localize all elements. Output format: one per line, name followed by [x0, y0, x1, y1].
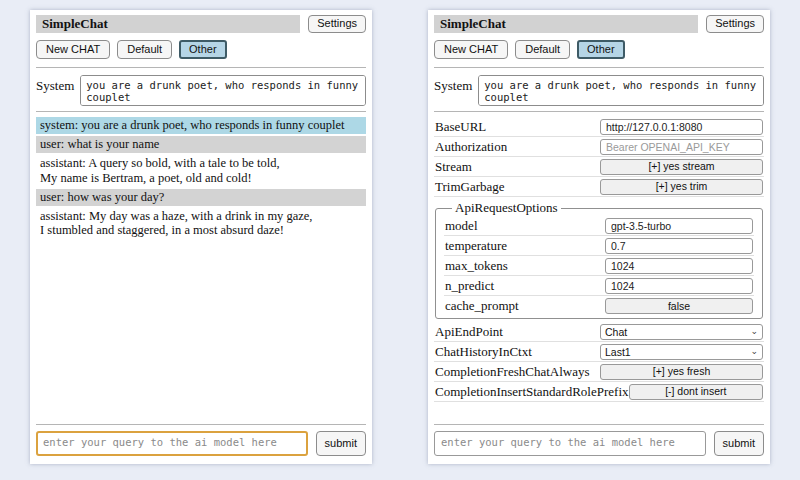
chat-message-list: system: you are a drunk poet, who respon… [36, 117, 366, 241]
system-prompt-row: System you are a drunk poet, who respond… [434, 75, 764, 106]
setting-label: Authorization [435, 139, 507, 155]
completion-fresh-toggle-button[interactable]: [+] yes fresh [600, 364, 763, 380]
divider [36, 424, 366, 425]
session-button-other[interactable]: Other [577, 40, 625, 59]
chat-message-user: user: how was your day? [36, 189, 366, 206]
system-prompt-input[interactable]: you are a drunk poet, who responds in fu… [80, 75, 366, 106]
setting-label: Stream [435, 159, 472, 175]
setting-label: model [445, 218, 478, 234]
setting-row-completioninsertstandardroleprefix: CompletionInsertStandardRolePrefix [-] d… [434, 382, 764, 402]
setting-label: ChatHistoryInCtxt [435, 344, 532, 360]
system-prompt-row: System you are a drunk poet, who respond… [36, 75, 366, 106]
query-row: submit [434, 431, 764, 456]
setting-row-authorization: Authorization [434, 137, 764, 157]
setting-label: n_predict [445, 278, 494, 294]
system-label: System [36, 75, 74, 106]
empty-space [36, 241, 366, 421]
chat-message-assistant: assistant: A query so bold, with a tale … [36, 155, 366, 186]
session-button-row: New CHAT Default Other [434, 40, 764, 59]
submit-button[interactable]: submit [714, 431, 764, 456]
empty-space [434, 402, 764, 421]
new-chat-button[interactable]: New CHAT [36, 40, 110, 59]
query-input[interactable] [36, 431, 308, 456]
chat-panel: SimpleChat Settings New CHAT Default Oth… [30, 10, 372, 464]
system-prompt-input[interactable]: you are a drunk poet, who responds in fu… [478, 75, 764, 106]
n-predict-input[interactable] [605, 278, 753, 294]
setting-row-apiendpoint: ApiEndPoint Chat ⌄ [434, 322, 764, 342]
setting-label: BaseURL [435, 119, 486, 135]
baseurl-input[interactable] [600, 119, 763, 135]
divider [36, 67, 366, 68]
setting-row-n-predict: n_predict [444, 276, 754, 296]
setting-label: CompletionFreshChatAlways [435, 364, 590, 380]
trimgarbage-toggle-button[interactable]: [+] yes trim [600, 179, 763, 195]
setting-row-completionfreshchatalways: CompletionFreshChatAlways [+] yes fresh [434, 362, 764, 382]
session-button-default[interactable]: Default [117, 40, 172, 59]
chevron-down-icon: ⌄ [750, 347, 758, 356]
model-input[interactable] [605, 218, 753, 234]
divider [434, 67, 764, 68]
chathistoryinctxt-select[interactable]: Last1 ⌄ [600, 344, 763, 360]
title-bar: SimpleChat Settings [434, 15, 764, 33]
setting-row-chathistoryinctxt: ChatHistoryInCtxt Last1 ⌄ [434, 342, 764, 362]
setting-label: temperature [445, 238, 507, 254]
chevron-down-icon: ⌄ [750, 327, 758, 336]
divider [36, 111, 366, 112]
chat-message-user: user: what is your name [36, 136, 366, 153]
settings-button[interactable]: Settings [706, 15, 764, 33]
divider [434, 424, 764, 425]
temperature-input[interactable] [605, 238, 753, 254]
api-request-options-fieldset: ApiRequestOptions model temperature max_… [435, 200, 763, 319]
submit-button[interactable]: submit [316, 431, 366, 456]
setting-row-stream: Stream [+] yes stream [434, 157, 764, 177]
setting-row-model: model [444, 216, 754, 236]
divider [434, 111, 764, 112]
stream-toggle-button[interactable]: [+] yes stream [600, 159, 763, 175]
completion-insert-toggle-button[interactable]: [-] dont insert [629, 384, 763, 400]
title-bar: SimpleChat Settings [36, 15, 366, 33]
setting-label: max_tokens [445, 258, 508, 274]
chat-message-assistant: assistant: My day was a haze, with a dri… [36, 208, 366, 239]
new-chat-button[interactable]: New CHAT [434, 40, 508, 59]
authorization-input[interactable] [600, 139, 763, 155]
query-row: submit [36, 431, 366, 456]
session-button-default[interactable]: Default [515, 40, 570, 59]
setting-label: CompletionInsertStandardRolePrefix [435, 384, 629, 400]
settings-panel: SimpleChat Settings New CHAT Default Oth… [428, 10, 770, 464]
select-value: Last1 [605, 346, 631, 358]
chat-message-system: system: you are a drunk poet, who respon… [36, 117, 366, 134]
setting-row-baseurl: BaseURL [434, 117, 764, 137]
setting-row-cache-prompt: cache_prompt false [444, 296, 754, 316]
session-button-other[interactable]: Other [179, 40, 227, 59]
app-title: SimpleChat [434, 15, 698, 33]
settings-button[interactable]: Settings [308, 15, 366, 33]
setting-row-trimgarbage: TrimGarbage [+] yes trim [434, 177, 764, 197]
select-value: Chat [605, 326, 627, 338]
setting-row-max-tokens: max_tokens [444, 256, 754, 276]
fieldset-legend: ApiRequestOptions [452, 200, 561, 216]
app-title: SimpleChat [36, 15, 300, 33]
setting-label: ApiEndPoint [435, 324, 503, 340]
cache-prompt-toggle-button[interactable]: false [605, 298, 753, 314]
query-input[interactable] [434, 431, 706, 456]
apiendpoint-select[interactable]: Chat ⌄ [600, 324, 763, 340]
session-button-row: New CHAT Default Other [36, 40, 366, 59]
settings-list: BaseURL Authorization Stream [+] yes str… [434, 117, 764, 402]
max-tokens-input[interactable] [605, 258, 753, 274]
setting-row-temperature: temperature [444, 236, 754, 256]
system-label: System [434, 75, 472, 106]
setting-label: cache_prompt [445, 298, 519, 314]
setting-label: TrimGarbage [435, 179, 505, 195]
